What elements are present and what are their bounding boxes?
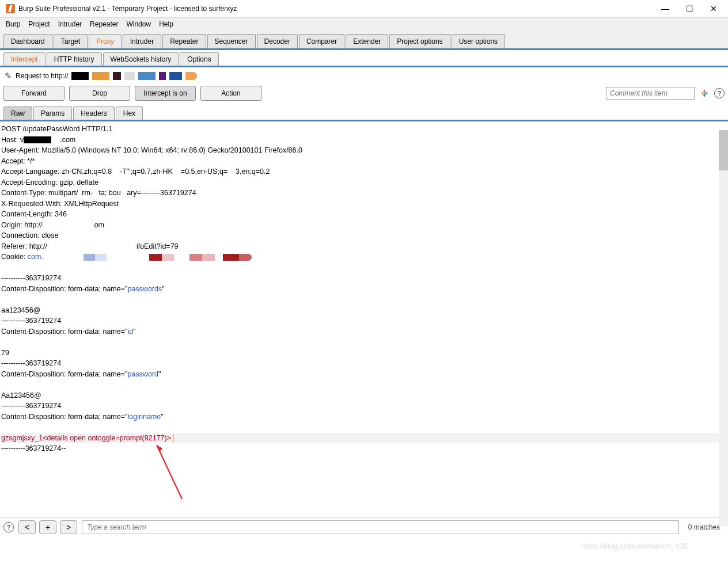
search-add-button[interactable]: + xyxy=(39,520,56,534)
req-cookie: Cookie: com. xyxy=(1,252,727,262)
menu-project[interactable]: Project xyxy=(28,20,50,28)
blank xyxy=(1,379,727,390)
req-host: Host: vill .com xyxy=(1,135,727,146)
search-prev-button[interactable]: < xyxy=(18,520,36,534)
help-icon[interactable]: ? xyxy=(714,88,725,98)
tab-decoder[interactable]: Decoder xyxy=(257,34,298,48)
maximize-button[interactable]: ☐ xyxy=(685,5,693,13)
subtab-http-history[interactable]: HTTP history xyxy=(47,52,102,66)
intercept-buttons: Forward Drop Intercept is on Action ? xyxy=(0,85,728,105)
help-icon[interactable]: ? xyxy=(3,522,14,532)
form-value-loginname: gzsgmjsxy_1<details open ontoggle=prompt… xyxy=(1,433,727,444)
req-origin: Origin: http://om xyxy=(1,220,727,231)
req-accept-encoding: Accept-Encoding: gzip, deflate xyxy=(1,177,727,188)
tab-project-options[interactable]: Project options xyxy=(389,34,450,48)
form-value-passwords: aa123456@ xyxy=(1,305,727,316)
redacted xyxy=(124,72,135,80)
drop-button[interactable]: Drop xyxy=(69,86,130,101)
minimize-button[interactable]: — xyxy=(661,5,669,13)
menu-window[interactable]: Window xyxy=(126,20,151,28)
menu-repeater[interactable]: Repeater xyxy=(90,20,118,28)
proxy-sub-tabs: Intercept HTTP history WebSockets histor… xyxy=(0,50,728,67)
req-accept: Accept: */* xyxy=(1,156,727,167)
scrollbar-track[interactable] xyxy=(719,130,728,526)
redacted xyxy=(113,72,121,80)
req-referer: Referer: http://ifoEdit?id=79 xyxy=(1,241,727,252)
redacted xyxy=(92,72,109,80)
boundary-end: ----------363719274-- xyxy=(1,443,727,454)
redacted xyxy=(159,72,166,80)
boundary: ----------363719274 xyxy=(1,358,727,369)
raw-request-editor[interactable]: POST /updatePassWord HTTP/1.1 Host: vill… xyxy=(0,121,728,517)
search-next-button[interactable]: > xyxy=(60,520,77,534)
boundary: ----------363719274 xyxy=(1,401,727,412)
svg-marker-1 xyxy=(157,445,162,452)
content-disposition: Content-Disposition: form-data; name="id… xyxy=(1,326,727,337)
req-content-length: Content-Length: 346 xyxy=(1,209,727,220)
req-x-requested-with: X-Requested-With: XMLHttpRequest xyxy=(1,199,727,210)
boundary: ----------363719274 xyxy=(1,315,727,326)
tab-comparer[interactable]: Comparer xyxy=(299,34,344,48)
action-button[interactable]: Action xyxy=(200,86,261,101)
tab-user-options[interactable]: User options xyxy=(452,34,505,48)
search-bar: ? < + > 0 matches xyxy=(0,517,728,536)
watermark: https://blog.csdn.net/weixin_430 xyxy=(581,542,688,550)
blank xyxy=(1,337,727,348)
menu-burp[interactable]: Burp xyxy=(6,20,20,28)
edit-icon[interactable] xyxy=(5,71,12,81)
comment-input[interactable] xyxy=(606,87,695,100)
redacted xyxy=(71,72,89,80)
redacted xyxy=(185,72,197,80)
search-input[interactable] xyxy=(82,520,679,534)
request-target-row: Request to http:// xyxy=(0,67,728,85)
tab-sequencer[interactable]: Sequencer xyxy=(207,34,256,48)
scrollbar-thumb[interactable] xyxy=(719,130,728,170)
close-button[interactable]: ✕ xyxy=(710,5,718,13)
boundary: ----------363719274 xyxy=(1,273,727,284)
content-disposition: Content-Disposition: form-data; name="pa… xyxy=(1,369,727,380)
form-value-password: Aa123456@ xyxy=(1,390,727,401)
window-controls: — ☐ ✕ xyxy=(661,5,726,13)
viewtab-raw[interactable]: Raw xyxy=(3,106,32,120)
content-disposition: Content-Disposition: form-data; name="lo… xyxy=(1,412,727,422)
tab-extender[interactable]: Extender xyxy=(346,34,388,48)
titlebar: Burp Suite Professional v2.1 - Temporary… xyxy=(0,0,728,17)
window-title: Burp Suite Professional v2.1 - Temporary… xyxy=(18,5,661,13)
app-icon xyxy=(6,4,15,13)
tab-target[interactable]: Target xyxy=(54,34,88,48)
svg-line-0 xyxy=(157,445,182,499)
content-disposition: Content-Disposition: form-data; name="pa… xyxy=(1,284,727,295)
intercept-toggle-button[interactable]: Intercept is on xyxy=(135,86,196,101)
main-tabs: Dashboard Target Proxy Intruder Repeater… xyxy=(0,32,728,50)
redacted xyxy=(138,72,156,80)
forward-button[interactable]: Forward xyxy=(3,86,65,101)
viewtab-hex[interactable]: Hex xyxy=(116,106,143,120)
tab-proxy[interactable]: Proxy xyxy=(89,34,122,48)
req-content-type: Content-Type: multipart/ rm- ta; bou ary… xyxy=(1,188,727,199)
req-connection: Connection: close xyxy=(1,230,727,241)
subtab-options[interactable]: Options xyxy=(180,52,218,66)
subtab-websockets-history[interactable]: WebSockets history xyxy=(103,52,179,66)
view-tabs: Raw Params Headers Hex xyxy=(0,105,728,121)
tab-dashboard[interactable]: Dashboard xyxy=(3,34,52,48)
blank xyxy=(1,422,727,433)
viewtab-headers[interactable]: Headers xyxy=(73,106,114,120)
redacted xyxy=(169,72,182,80)
req-line: POST /updatePassWord HTTP/1.1 xyxy=(1,124,727,135)
blank xyxy=(1,262,727,273)
tab-intruder[interactable]: Intruder xyxy=(123,34,161,48)
subtab-intercept[interactable]: Intercept xyxy=(3,52,46,66)
menubar: Burp Project Intruder Repeater Window He… xyxy=(0,17,728,32)
req-user-agent: User-Agent: Mozilla/5.0 (Windows NT 10.0… xyxy=(1,145,727,156)
req-accept-language: Accept-Language: zh-CN,zh;q=0.8 -T"';q=0… xyxy=(1,166,727,177)
form-value-id: 79 xyxy=(1,348,727,359)
request-target-label: Request to http:// xyxy=(16,72,68,80)
annotation-arrow-icon xyxy=(151,439,185,503)
blank xyxy=(1,294,727,305)
viewtab-params[interactable]: Params xyxy=(33,106,72,120)
tab-repeater[interactable]: Repeater xyxy=(162,34,206,48)
menu-intruder[interactable]: Intruder xyxy=(58,20,82,28)
menu-help[interactable]: Help xyxy=(159,20,173,28)
highlight-color-icon[interactable] xyxy=(699,88,710,98)
